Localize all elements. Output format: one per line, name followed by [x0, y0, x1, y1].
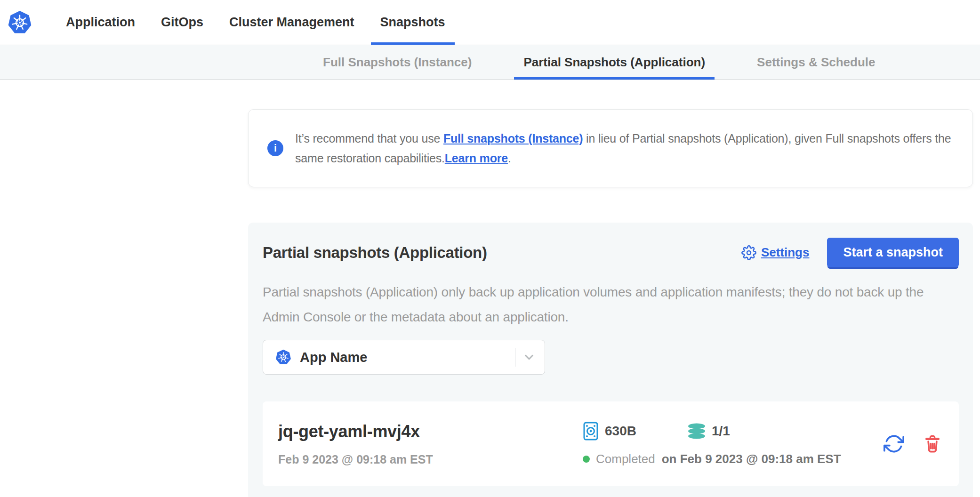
nav-item-gitops[interactable]: GitOps: [152, 0, 213, 45]
snapshot-details: 630B 1/1 Completed on Feb 9 2023 @ 09:18…: [583, 422, 841, 466]
nav-item-application[interactable]: Application: [56, 0, 145, 45]
info-icon: i: [267, 140, 283, 156]
info-banner: i It’s recommend that you use Full snaps…: [248, 109, 973, 187]
status-label: Completed: [596, 452, 655, 466]
top-nav-bar: Application GitOps Cluster Management Sn…: [0, 0, 980, 45]
snapshot-size-metric: 630B: [583, 422, 636, 441]
panel-header: Partial snapshots (Application) Settings…: [263, 238, 959, 267]
snapshot-name: jq-get-yaml-mvj4x: [278, 422, 583, 441]
info-banner-text: It’s recommend that you use Full snapsho…: [295, 128, 954, 168]
app-kubernetes-icon: [275, 349, 291, 365]
info-text-after: .: [508, 152, 511, 165]
snapshot-actions: [884, 433, 942, 454]
nav-item-snapshots[interactable]: Snapshots: [371, 0, 455, 45]
snapshot-volumes-value: 1/1: [712, 424, 730, 439]
disk-icon: [583, 422, 599, 441]
snapshot-size-value: 630B: [605, 424, 636, 439]
trash-icon: [923, 434, 942, 454]
chevron-down-icon[interactable]: [522, 350, 536, 364]
dropdown-divider: [515, 348, 515, 367]
kubernetes-logo-icon[interactable]: [8, 0, 32, 45]
snapshot-settings-link[interactable]: Settings: [741, 245, 810, 260]
snapshot-identity: jq-get-yaml-mvj4x Feb 9 2023 @ 09:18 am …: [278, 422, 583, 466]
info-text-before: It’s recommend that you use: [295, 132, 443, 145]
app-name-select[interactable]: App Name: [263, 340, 545, 375]
snapshot-status: Completed on Feb 9 2023 @ 09:18 am EST: [583, 452, 841, 466]
app-name-value: App Name: [300, 350, 367, 365]
snapshot-volumes-metric: 1/1: [688, 423, 730, 439]
snapshot-row: jq-get-yaml-mvj4x Feb 9 2023 @ 09:18 am …: [263, 401, 959, 486]
nav-item-cluster-management[interactable]: Cluster Management: [220, 0, 364, 45]
snapshot-created-date: Feb 9 2023 @ 09:18 am EST: [278, 453, 583, 466]
status-dot-icon: [583, 456, 590, 463]
panel-description: Partial snapshots (Application) only bac…: [263, 280, 954, 329]
database-icon: [688, 423, 706, 439]
tab-full-snapshots[interactable]: Full Snapshots (Instance): [313, 45, 481, 80]
settings-label: Settings: [761, 245, 810, 260]
restore-icon: [884, 433, 904, 454]
restore-snapshot-button[interactable]: [884, 433, 904, 454]
panel-title: Partial snapshots (Application): [263, 244, 487, 262]
learn-more-link[interactable]: Learn more: [445, 152, 508, 165]
status-detail: on Feb 9 2023 @ 09:18 am EST: [662, 452, 841, 466]
partial-snapshots-panel: Partial snapshots (Application) Settings…: [248, 223, 973, 497]
snapshots-tab-bar: Full Snapshots (Instance) Partial Snapsh…: [0, 45, 980, 80]
full-snapshots-link[interactable]: Full snapshots (Instance): [443, 132, 583, 145]
gear-icon: [741, 245, 756, 260]
start-snapshot-button[interactable]: Start a snapshot: [827, 238, 959, 267]
delete-snapshot-button[interactable]: [923, 434, 942, 454]
tab-settings-schedule[interactable]: Settings & Schedule: [747, 45, 884, 80]
main-nav: Application GitOps Cluster Management Sn…: [56, 0, 455, 45]
tab-partial-snapshots[interactable]: Partial Snapshots (Application): [514, 45, 715, 80]
